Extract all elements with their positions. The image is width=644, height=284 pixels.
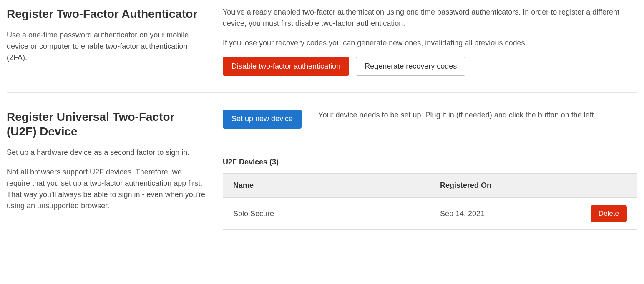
- section-description: Use a one-time password authenticator on…: [7, 30, 206, 63]
- two-factor-authenticator-section: Register Two-Factor Authenticator Use a …: [7, 7, 637, 92]
- column-header-actions: [575, 174, 637, 198]
- section-description-secondary: Not all browsers support U2F devices. Th…: [7, 167, 206, 212]
- section-title: Register Universal Two-Factor (U2F) Devi…: [7, 110, 206, 139]
- section-description: Set up a hardware device as a second fac…: [7, 147, 206, 158]
- section-sidebar: Register Universal Two-Factor (U2F) Devi…: [7, 110, 206, 230]
- u2f-device-section: Register Universal Two-Factor (U2F) Devi…: [7, 92, 637, 247]
- setup-new-device-button[interactable]: Set up new device: [223, 110, 302, 128]
- device-registered-on-cell: Sep 14, 2021: [430, 198, 575, 230]
- recovery-codes-message: If you lose your recovery codes you can …: [223, 37, 637, 49]
- u2f-setup-row: Set up new device Your device needs to b…: [223, 110, 637, 146]
- column-header-registered-on: Registered On: [430, 174, 575, 198]
- u2f-devices-table-title: U2F Devices (3): [223, 158, 637, 167]
- regenerate-recovery-codes-button[interactable]: Regenerate recovery codes: [356, 57, 465, 76]
- section-content: You've already enabled two-factor authen…: [223, 7, 637, 76]
- section-title: Register Two-Factor Authenticator: [7, 7, 206, 21]
- table-row: Solo SecureSep 14, 2021Delete: [223, 198, 637, 230]
- section-content: Set up new device Your device needs to b…: [223, 110, 637, 230]
- device-action-cell: Delete: [575, 198, 637, 230]
- u2f-devices-table: Name Registered On Solo SecureSep 14, 20…: [223, 173, 637, 230]
- button-row: Disable two-factor authentication Regene…: [223, 57, 637, 76]
- column-header-name: Name: [223, 174, 430, 198]
- section-sidebar: Register Two-Factor Authenticator Use a …: [7, 7, 206, 76]
- disable-two-factor-button[interactable]: Disable two-factor authentication: [223, 57, 349, 76]
- delete-device-button[interactable]: Delete: [591, 205, 627, 222]
- setup-device-hint: Your device needs to be set up. Plug it …: [318, 110, 637, 121]
- two-factor-enabled-message: You've already enabled two-factor authen…: [223, 7, 637, 29]
- device-name-cell: Solo Secure: [223, 198, 430, 230]
